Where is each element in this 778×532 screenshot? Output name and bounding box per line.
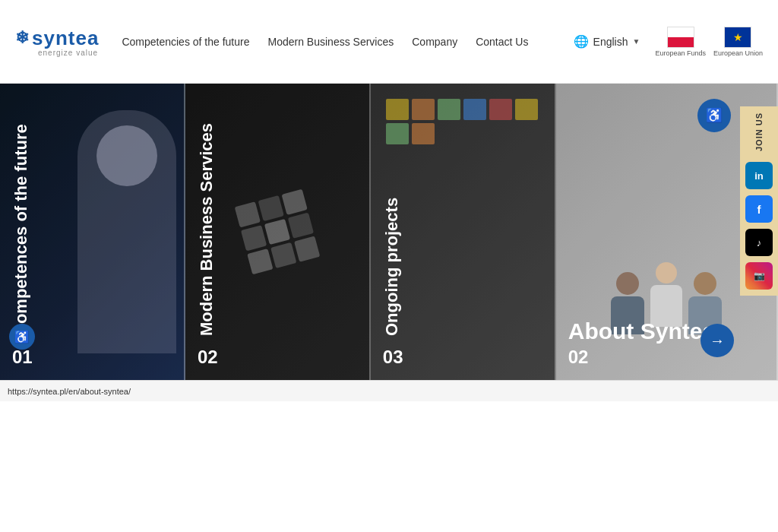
accessibility-icon: ♿ <box>706 107 723 124</box>
eu-union-flag: ★ <box>724 27 751 48</box>
header-right: 🌐 English ▼ European Funds ★ European Un… <box>574 27 763 57</box>
url-display: https://syntea.pl/en/about-syntea/ <box>8 387 131 396</box>
logo[interactable]: ❄ syntea <box>15 27 99 50</box>
instagram-button[interactable]: 📷 <box>745 262 773 290</box>
logo-tagline: energize value <box>38 49 98 57</box>
eu-funds-logo: European Funds <box>655 27 706 57</box>
accessibility-bottom-icon: ♿ <box>14 330 30 344</box>
nav-item-contact[interactable]: Contact Us <box>476 36 528 48</box>
accessibility-button[interactable]: ♿ <box>697 99 731 132</box>
nav-item-business[interactable]: Modern Business Services <box>268 36 394 48</box>
tiktok-icon: ♪ <box>757 237 762 249</box>
join-us-sidebar: JOIN US in f ♪ 📷 <box>740 106 778 296</box>
instagram-icon: 📷 <box>754 271 765 281</box>
linkedin-icon: in <box>754 170 764 182</box>
panel-4-title: About Syntea <box>568 318 764 344</box>
logo-area[interactable]: ❄ syntea energize value <box>15 27 99 57</box>
header: ❄ syntea energize value Competencies of … <box>0 0 778 84</box>
status-bar: https://syntea.pl/en/about-syntea/ <box>0 380 778 401</box>
panel-1-title: Competences of the future <box>12 96 172 344</box>
chevron-down-icon: ▼ <box>632 37 640 46</box>
hero-panel-2[interactable]: Modern Business Services 02 <box>185 84 371 380</box>
eu-union-label: European Union <box>713 49 763 57</box>
next-arrow-button[interactable]: → <box>701 324 734 357</box>
facebook-button[interactable]: f <box>745 195 773 223</box>
panel-3-number: 03 <box>383 347 542 368</box>
eu-logos: European Funds ★ European Union <box>655 27 763 57</box>
facebook-icon: f <box>757 203 761 216</box>
panel-4-number: 02 <box>568 347 764 368</box>
panel-2-content: Modern Business Services 02 <box>185 84 369 380</box>
eu-funds-label: European Funds <box>655 49 706 57</box>
globe-icon: 🌐 <box>574 34 589 49</box>
linkedin-button[interactable]: in <box>745 162 773 189</box>
nav-item-competencies[interactable]: Competencies of the future <box>122 36 249 48</box>
main-nav: Competencies of the future Modern Busine… <box>122 36 573 48</box>
panel-3-title: Ongoing projects <box>383 96 542 344</box>
panel-2-title: Modern Business Services <box>198 96 357 344</box>
hero-section: Competences of the future 01 Modern Busi… <box>0 84 778 380</box>
logo-wordmark: syntea <box>32 27 99 50</box>
language-selector[interactable]: 🌐 English ▼ <box>574 34 640 49</box>
accessibility-bottom-button[interactable]: ♿ <box>9 324 35 350</box>
nav-item-company[interactable]: Company <box>412 36 457 48</box>
arrow-right-icon: → <box>710 332 725 350</box>
logo-snowflake: ❄ <box>15 28 29 48</box>
eu-funds-flag <box>667 27 694 48</box>
panel-3-content: Ongoing projects 03 <box>371 84 555 380</box>
panel-1-number: 01 <box>12 347 172 368</box>
join-us-label: JOIN US <box>754 112 764 151</box>
tiktok-button[interactable]: ♪ <box>745 229 773 256</box>
panel-2-number: 02 <box>198 347 357 368</box>
eu-union-logo: ★ European Union <box>713 27 763 57</box>
lang-label: English <box>593 36 628 48</box>
hero-panel-3[interactable]: Ongoing projects 03 <box>371 84 556 380</box>
